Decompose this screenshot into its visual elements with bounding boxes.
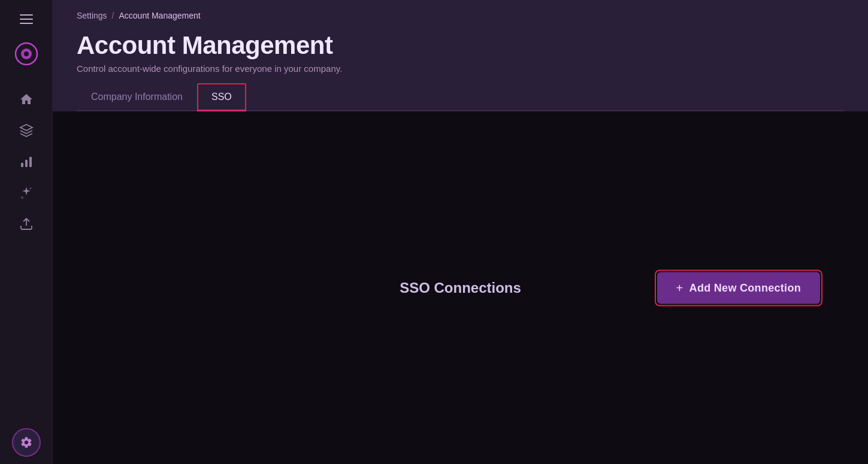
breadcrumb-parent[interactable]: Settings [77, 11, 107, 20]
main-content: Settings / Account Management Account Ma… [53, 0, 868, 464]
add-connection-label: Add New Connection [689, 281, 801, 294]
svg-rect-4 [25, 160, 28, 167]
breadcrumb: Settings / Account Management [77, 0, 844, 26]
plus-icon: + [676, 282, 683, 294]
page-subtitle: Control account-wide configurations for … [77, 63, 844, 74]
sidebar-bottom [12, 428, 41, 457]
svg-rect-3 [21, 163, 23, 167]
sidebar-item-cube[interactable] [13, 117, 40, 144]
breadcrumb-separator: / [112, 11, 114, 20]
app-logo [13, 41, 40, 67]
add-connection-button[interactable]: + Add New Connection [657, 272, 820, 304]
sidebar [0, 0, 53, 464]
sidebar-item-analytics[interactable] [13, 148, 40, 175]
tab-company-information[interactable]: Company Information [77, 86, 197, 111]
content-area: SSO Connections + Add New Connection [53, 111, 868, 464]
sidebar-nav [13, 86, 40, 428]
sidebar-item-upload[interactable] [13, 211, 40, 237]
breadcrumb-current: Account Management [119, 11, 200, 20]
add-connection-wrapper: + Add New Connection [657, 272, 820, 304]
svg-point-2 [24, 51, 29, 56]
sso-connections-label: SSO Connections [400, 280, 521, 296]
svg-rect-5 [29, 157, 32, 167]
sidebar-item-home[interactable] [13, 86, 40, 113]
tab-sso[interactable]: SSO [197, 86, 246, 111]
sidebar-item-sparkle[interactable] [13, 180, 40, 206]
hamburger-menu[interactable] [14, 7, 38, 31]
header-area: Settings / Account Management Account Ma… [53, 0, 868, 111]
page-title: Account Management [77, 31, 844, 60]
settings-button[interactable] [12, 428, 41, 457]
tabs: Company Information SSO [77, 86, 844, 111]
